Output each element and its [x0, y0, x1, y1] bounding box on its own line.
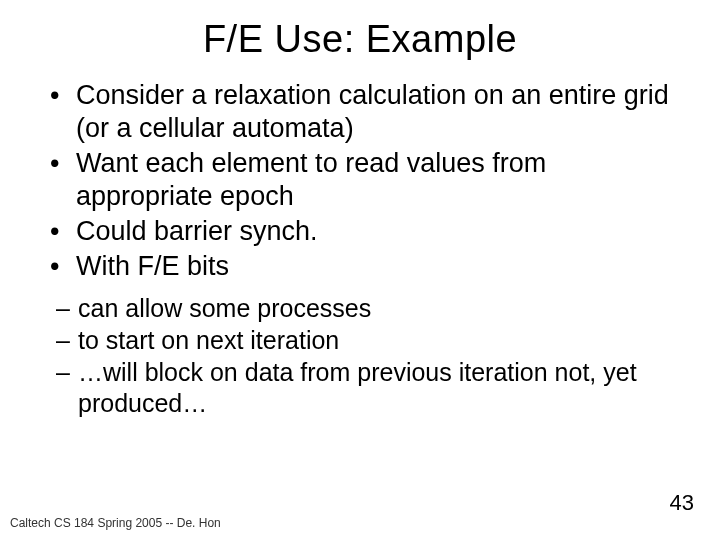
sub-bullet-item: to start on next iteration	[56, 325, 690, 356]
sub-bullet-item: …will block on data from previous iterat…	[56, 357, 690, 420]
slide: F/E Use: Example Consider a relaxation c…	[0, 0, 720, 540]
bullet-item: Consider a relaxation calculation on an …	[56, 79, 690, 145]
bullet-item: Want each element to read values from ap…	[56, 147, 690, 213]
sub-bullet-list: can allow some processes to start on nex…	[30, 293, 690, 420]
page-number: 43	[670, 490, 694, 516]
footer-text: Caltech CS 184 Spring 2005 -- De. Hon	[10, 516, 221, 530]
bullet-item: With F/E bits	[56, 250, 690, 283]
sub-bullet-item: can allow some processes	[56, 293, 690, 324]
slide-title: F/E Use: Example	[30, 18, 690, 61]
bullet-item: Could barrier synch.	[56, 215, 690, 248]
bullet-list: Consider a relaxation calculation on an …	[30, 79, 690, 283]
